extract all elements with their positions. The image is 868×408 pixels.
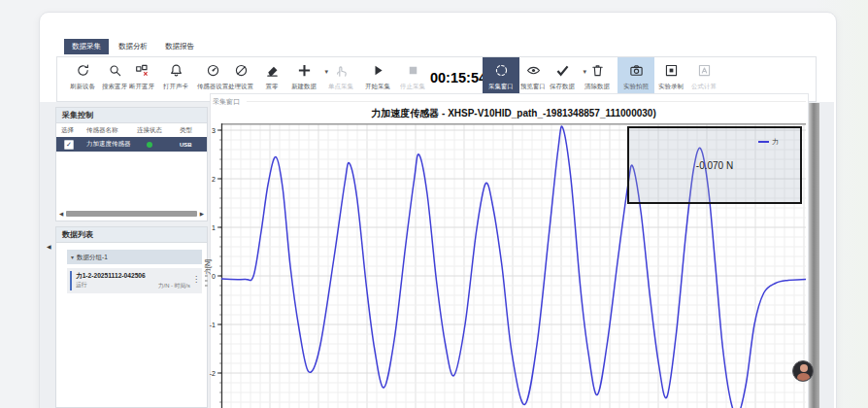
sensor-name: 力加速度传感器 <box>86 140 137 149</box>
data-list-panel: 数据列表 ▾数据分组-1 力1-2-20251112-042506 运行 力/N… <box>55 226 208 408</box>
scroll-left-icon[interactable]: ◀ <box>59 210 63 218</box>
single-point-icon <box>334 64 349 81</box>
col-type: 类型 <box>180 126 209 135</box>
data-list-item[interactable]: 力1-2-20251112-042506 运行 力/N - 时间/s ⋮ <box>67 268 202 293</box>
legend-series-name: 力 <box>772 137 779 147</box>
chart-title: 力加速度传感器 - XHSP-V10HID_path_-1981348857_1… <box>221 107 806 120</box>
chart-panel-tab-label[interactable]: 采集窗口 <box>213 97 240 107</box>
group-name: 数据分组-1 <box>77 254 108 260</box>
refresh-device-icon <box>76 64 90 81</box>
acquisition-control-panel: 采集控制 选择 传感器名称 连接状态 类型 ✓ 力加速度传感器 USB ◀ ▶ <box>55 107 208 221</box>
set-zero-icon <box>265 64 280 81</box>
svg-text:1: 1 <box>212 224 216 231</box>
start-capture-icon <box>371 64 385 81</box>
avatar-head <box>800 364 808 372</box>
sidebar-collapse-icon[interactable]: ◀ <box>47 243 51 250</box>
scroll-right-icon[interactable]: ▶ <box>200 210 204 218</box>
tab-data-analysis[interactable]: 数据分析 <box>111 39 155 54</box>
open-soundcard-label: 打开声卡 <box>156 82 195 90</box>
col-select: 选择 <box>61 126 86 135</box>
capture-window-icon <box>494 64 509 81</box>
sensor-table-header: 选择 传感器名称 连接状态 类型 <box>56 123 207 137</box>
stop-capture-icon <box>406 64 420 81</box>
chart-legend: 力 <box>758 137 779 147</box>
process-settings-icon <box>234 64 249 81</box>
sensor-type: USB <box>180 142 209 148</box>
hscroll-thumb[interactable] <box>66 211 197 217</box>
app-screenshot: 数据采集 数据分析 数据报告 00:15:54 刷新设备搜索蓝牙断开蓝牙打开声卡… <box>0 0 868 408</box>
sensor-row[interactable]: ✓ 力加速度传感器 USB <box>56 137 207 152</box>
experiment-record-icon <box>664 64 679 81</box>
clear-data-label: 清除数据 <box>578 82 617 90</box>
connection-status-dot <box>147 142 152 148</box>
open-soundcard-icon <box>169 64 184 81</box>
panel-splitter-handle[interactable] <box>205 265 208 287</box>
tab-data-acquisition[interactable]: 数据采集 <box>64 39 109 54</box>
chart-panel-separator <box>247 101 806 102</box>
experiment-photo-icon <box>629 64 644 81</box>
avatar-body <box>797 373 810 382</box>
legend-line-swatch <box>758 141 769 143</box>
item-axes-label: 力/N - 时间/s <box>158 283 190 290</box>
svg-text:-2: -2 <box>210 370 216 377</box>
col-sensor-name: 传感器名称 <box>86 126 137 135</box>
formula-calc-label: 公式计算 <box>684 82 723 90</box>
toolbar-button-formula-calc: 公式计算 <box>683 63 725 91</box>
tab-data-report[interactable]: 数据报告 <box>157 39 202 54</box>
acquisition-control-title: 采集控制 <box>56 108 207 123</box>
main-tab-bar: 数据采集 数据分析 数据报告 <box>64 39 202 54</box>
data-group-header[interactable]: ▾数据分组-1 <box>67 250 202 264</box>
formula-calc-icon <box>697 64 712 81</box>
sensor-table-hscrollbar[interactable]: ◀ ▶ <box>59 210 204 218</box>
experiment-photo-label: 实验拍照 <box>619 82 653 90</box>
col-connection-status: 连接状态 <box>137 126 180 135</box>
item-status: 运行 <box>76 282 87 289</box>
svg-text:-1: -1 <box>210 322 216 328</box>
preview-window-icon <box>526 64 541 81</box>
item-menu-icon[interactable]: ⋮ <box>192 275 200 284</box>
window-vscrollbar[interactable] <box>809 103 819 408</box>
acquisition-timer: 00:15:54 <box>428 70 488 85</box>
stop-capture-label: 停止采集 <box>393 82 432 90</box>
measurement-readout: -0.070 N <box>696 160 733 171</box>
sensor-settings-icon <box>206 64 220 81</box>
data-list-title: 数据列表 <box>56 227 207 243</box>
group-expand-icon[interactable]: ▾ <box>71 255 74 260</box>
item-accent-bar <box>70 271 72 290</box>
svg-text:2: 2 <box>212 176 216 183</box>
user-avatar-button[interactable] <box>792 360 814 382</box>
toolbar-button-stop-capture: 停止采集 <box>391 63 434 91</box>
toolbar-button-clear-data[interactable]: 清除数据 <box>576 63 618 91</box>
new-data-icon <box>297 64 312 81</box>
save-data-icon <box>555 64 570 81</box>
sensor-checkbox[interactable]: ✓ <box>64 140 74 150</box>
svg-text:3: 3 <box>212 127 216 134</box>
disconnect-bluetooth-icon <box>135 64 150 81</box>
item-title: 力1-2-20251112-042506 <box>76 271 146 281</box>
clear-data-icon <box>590 64 605 81</box>
single-point-label: 单点采集 <box>321 82 360 90</box>
new-data-label: 新建数据 <box>284 82 323 90</box>
